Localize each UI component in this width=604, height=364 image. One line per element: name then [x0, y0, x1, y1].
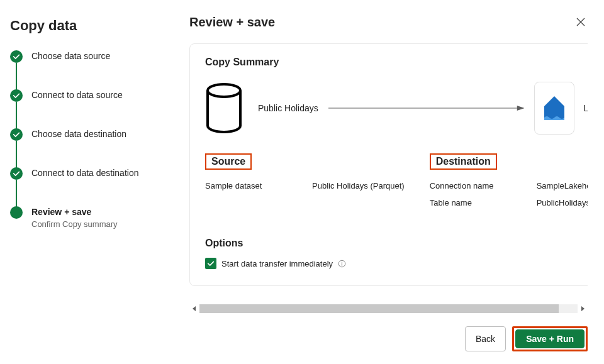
scroll-thumb[interactable]	[199, 304, 559, 313]
check-icon	[10, 167, 23, 180]
destination-details: Destination Connection name SampleLakeho…	[430, 153, 588, 215]
save-run-highlight: Save + Run	[512, 326, 588, 351]
source-details: Source Sample dataset Public Holidays (P…	[205, 153, 405, 215]
check-icon	[10, 89, 23, 102]
option-label: Start data transfer immediately	[221, 259, 333, 268]
summary-flow: Public Holidays	[205, 82, 588, 135]
check-icon	[206, 259, 215, 268]
scroll-left-icon[interactable]	[189, 304, 199, 314]
svg-marker-7	[193, 306, 196, 311]
content-scroll[interactable]: Copy Summary Public Holidays	[189, 43, 588, 302]
main-panel: Review + save Copy Summary Public Holida…	[173, 0, 604, 364]
kv-key: Connection name	[430, 181, 537, 190]
step-label: Review + save	[31, 207, 118, 217]
option-start-immediately: Start data transfer immediately	[205, 258, 588, 269]
check-icon	[10, 50, 23, 63]
step-label: Connect to data destination	[31, 168, 138, 178]
step-sublabel: Confirm Copy summary	[31, 219, 118, 229]
source-name: Public Holidays	[258, 103, 318, 113]
kv-value: Public Holidays (Parquet)	[312, 181, 405, 190]
svg-point-0	[208, 84, 240, 97]
stepper-sidebar: Copy data Choose data source Connect to …	[0, 0, 173, 364]
save-run-button[interactable]: Save + Run	[515, 329, 584, 348]
card-title: Copy Summary	[205, 57, 588, 68]
scroll-track[interactable]	[199, 304, 578, 313]
destination-heading: Destination	[430, 153, 497, 170]
sidebar-title: Copy data	[10, 18, 162, 34]
kv-key: Sample dataset	[205, 181, 312, 190]
footer: Back Save + Run	[189, 326, 588, 351]
svg-rect-6	[342, 263, 342, 265]
destination-name: Lakehouse	[583, 103, 588, 113]
svg-marker-2	[517, 106, 524, 111]
lakehouse-icon	[534, 82, 574, 135]
kv-key: Table name	[430, 198, 537, 207]
kv-row: Sample dataset Public Holidays (Parquet)	[205, 181, 405, 190]
kv-value: SampleLakehouse	[537, 181, 588, 190]
kv-row: Table name PublicHolidays	[430, 198, 588, 207]
database-icon	[205, 83, 243, 133]
stepper: Choose data source Connect to data sourc…	[10, 50, 162, 229]
info-icon[interactable]	[338, 260, 346, 268]
svg-marker-8	[581, 306, 584, 311]
horizontal-scrollbar[interactable]	[189, 304, 588, 314]
close-icon	[576, 17, 586, 27]
arrow-icon	[328, 105, 525, 111]
step-label: Connect to data source	[31, 90, 123, 100]
step-connect-to-data-source[interactable]: Connect to data source	[10, 89, 162, 128]
close-button[interactable]	[574, 15, 588, 29]
step-connect-to-data-destination[interactable]: Connect to data destination	[10, 167, 162, 206]
current-step-icon	[10, 206, 23, 219]
page-title: Review + save	[189, 15, 275, 30]
step-review-save[interactable]: Review + save Confirm Copy summary	[10, 206, 162, 229]
kv-value: PublicHolidays	[537, 198, 588, 207]
svg-point-5	[342, 262, 342, 262]
step-choose-data-destination[interactable]: Choose data destination	[10, 128, 162, 167]
step-label: Choose data destination	[31, 129, 126, 139]
source-heading: Source	[205, 153, 252, 170]
check-icon	[10, 128, 23, 141]
copy-summary-card: Copy Summary Public Holidays	[189, 43, 588, 286]
step-choose-data-source[interactable]: Choose data source	[10, 50, 162, 89]
step-label: Choose data source	[31, 51, 110, 61]
back-button[interactable]: Back	[465, 326, 506, 351]
kv-row: Connection name SampleLakehouse	[430, 181, 588, 190]
options-heading: Options	[205, 238, 588, 249]
scroll-right-icon[interactable]	[578, 304, 588, 314]
start-immediately-checkbox[interactable]	[205, 258, 216, 269]
